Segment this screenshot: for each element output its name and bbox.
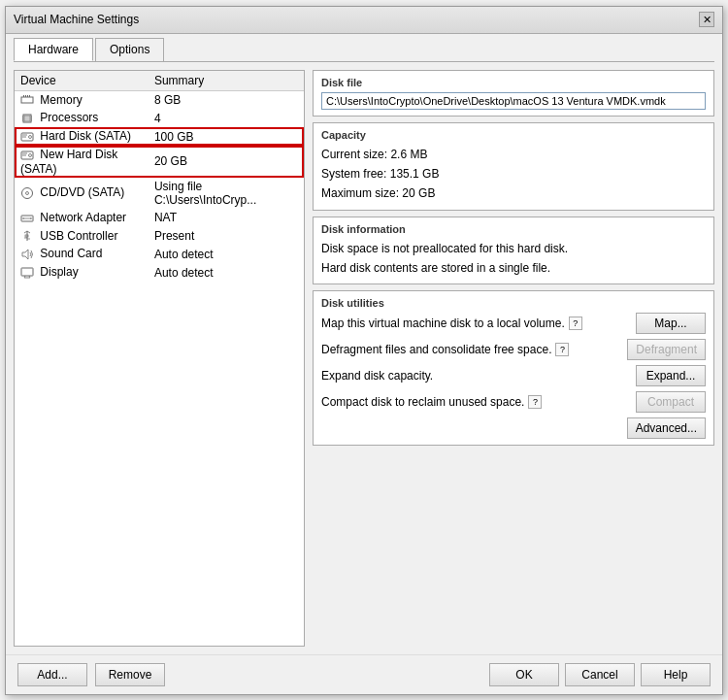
ok-button[interactable]: OK xyxy=(489,663,559,686)
table-row[interactable]: Display Auto detect xyxy=(15,263,304,282)
device-summary: 100 GB xyxy=(149,127,304,146)
table-row[interactable]: Hard Disk (SATA) 100 GB xyxy=(15,127,304,146)
table-row[interactable]: CD/DVD (SATA) Using file C:\Users\IntoCr… xyxy=(15,178,304,209)
current-size-label: Current size: xyxy=(321,148,387,161)
max-size-label: Maximum size: xyxy=(321,186,399,200)
svg-rect-2 xyxy=(25,95,26,97)
remove-button[interactable]: Remove xyxy=(95,663,165,686)
table-row[interactable]: USB Controller Present xyxy=(15,227,304,246)
svg-rect-0 xyxy=(21,97,33,103)
max-size-row: Maximum size: 20 GB xyxy=(321,183,706,203)
device-summary: NAT xyxy=(149,209,304,227)
svg-point-26 xyxy=(30,217,32,219)
content-area: Device Summary xyxy=(6,62,722,654)
advanced-button[interactable]: Advanced... xyxy=(627,417,706,439)
svg-point-21 xyxy=(22,188,33,199)
capacity-info: Current size: 2.6 MB System free: 135.1 … xyxy=(321,145,706,204)
expand-button[interactable]: Expand... xyxy=(636,365,706,386)
hdd-new-icon xyxy=(20,148,40,161)
processor-icon xyxy=(20,111,40,124)
device-summary: Auto detect xyxy=(149,245,304,263)
defragment-button[interactable]: Defragment xyxy=(627,339,706,360)
device-name: Display xyxy=(15,263,149,282)
disk-info-line1: Disk space is not preallocated for this … xyxy=(321,239,706,258)
memory-icon xyxy=(20,93,40,107)
right-panel: Disk file Capacity Current size: 2.6 MB … xyxy=(313,70,714,647)
svg-marker-31 xyxy=(22,250,28,259)
map-label: Map this virtual machine disk to a local… xyxy=(321,317,636,330)
map-info-icon: ? xyxy=(569,317,582,330)
device-summary: 8 GB xyxy=(149,90,304,109)
system-free-value: 135.1 GB xyxy=(390,167,440,181)
disk-info-title: Disk information xyxy=(321,223,706,235)
table-row[interactable]: New Hard Disk (SATA) 20 GB xyxy=(15,146,304,178)
capacity-section: Capacity Current size: 2.6 MB System fre… xyxy=(313,122,714,211)
device-table: Device Summary xyxy=(15,71,304,283)
disk-file-input[interactable] xyxy=(321,92,706,110)
defrag-label: Defragment files and consolidate free sp… xyxy=(321,343,627,356)
disk-file-title: Disk file xyxy=(321,77,706,88)
svg-point-14 xyxy=(29,135,32,138)
table-row[interactable]: Memory 8 GB xyxy=(15,90,304,109)
compact-button[interactable]: Compact xyxy=(636,391,706,413)
device-name: CD/DVD (SATA) xyxy=(15,178,149,209)
device-name: Network Adapter xyxy=(15,209,149,227)
svg-point-18 xyxy=(29,153,32,156)
table-row[interactable]: Network Adapter NAT xyxy=(15,209,304,227)
help-button[interactable]: Help xyxy=(641,663,711,686)
device-summary: Using file C:\Users\IntoCryp... xyxy=(149,178,304,209)
defrag-info-icon: ? xyxy=(555,343,569,356)
device-name: Memory xyxy=(15,90,149,109)
device-name: Hard Disk (SATA) xyxy=(15,127,149,146)
utility-row-compact: Compact disk to reclaim unused space. ? … xyxy=(321,391,706,413)
device-name: New Hard Disk (SATA) xyxy=(15,146,149,178)
title-bar: Virtual Machine Settings ✕ xyxy=(6,7,722,34)
device-summary: Auto detect xyxy=(149,263,304,282)
disk-info-line2: Hard disk contents are stored in a singl… xyxy=(321,258,706,278)
cd-icon xyxy=(20,185,40,199)
device-summary: 20 GB xyxy=(149,146,304,178)
svg-rect-32 xyxy=(21,268,33,276)
bottom-right-buttons: OK Cancel Help xyxy=(489,663,711,686)
bottom-left-buttons: Add... Remove xyxy=(17,663,165,686)
device-name: Processors xyxy=(15,109,149,127)
disk-utilities-title: Disk utilities xyxy=(321,297,706,309)
map-text: Map this virtual machine disk to a local… xyxy=(321,317,565,330)
device-name: Sound Card xyxy=(15,245,149,263)
tab-hardware[interactable]: Hardware xyxy=(14,38,93,61)
close-button[interactable]: ✕ xyxy=(699,12,714,27)
current-size-row: Current size: 2.6 MB xyxy=(321,145,706,164)
col-device: Device xyxy=(15,71,149,91)
capacity-title: Capacity xyxy=(321,129,706,141)
compact-text: Compact disk to reclaim unused space. xyxy=(321,395,524,409)
tab-options[interactable]: Options xyxy=(95,38,164,61)
svg-point-25 xyxy=(22,217,24,219)
device-list-panel: Device Summary xyxy=(14,70,305,647)
svg-rect-3 xyxy=(27,95,28,97)
col-summary: Summary xyxy=(149,71,304,91)
compact-label: Compact disk to reclaim unused space. ? xyxy=(321,395,636,409)
table-row[interactable]: Processors 4 xyxy=(15,109,304,127)
utility-row-defrag: Defragment files and consolidate free sp… xyxy=(321,339,706,360)
current-size-value: 2.6 MB xyxy=(390,148,427,161)
cancel-button[interactable]: Cancel xyxy=(565,663,635,686)
expand-text: Expand disk capacity. xyxy=(321,369,433,383)
map-button[interactable]: Map... xyxy=(636,313,706,334)
disk-info-section: Disk information Disk space is not preal… xyxy=(313,217,714,285)
system-free-row: System free: 135.1 GB xyxy=(321,164,706,183)
display-icon xyxy=(20,265,40,279)
svg-rect-6 xyxy=(24,116,30,121)
virtual-machine-settings-window: Virtual Machine Settings ✕ Hardware Opti… xyxy=(5,6,723,695)
add-button[interactable]: Add... xyxy=(17,663,87,686)
max-size-value: 20 GB xyxy=(402,186,435,200)
table-row[interactable]: Sound Card Auto detect xyxy=(15,245,304,263)
disk-info-content: Disk space is not preallocated for this … xyxy=(321,239,706,279)
expand-label: Expand disk capacity. xyxy=(321,369,636,383)
system-free-label: System free: xyxy=(321,167,386,181)
window-title: Virtual Machine Settings xyxy=(14,13,139,26)
defrag-text: Defragment files and consolidate free sp… xyxy=(321,343,551,356)
hdd-icon xyxy=(20,129,40,143)
usb-icon xyxy=(20,229,40,243)
advanced-row: Advanced... xyxy=(321,417,706,439)
device-summary: 4 xyxy=(149,109,304,127)
